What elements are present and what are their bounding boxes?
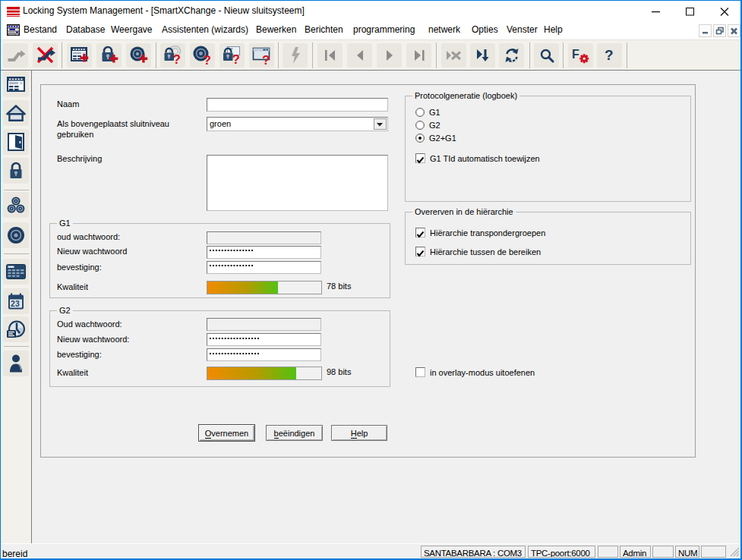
svg-text:?: ? <box>262 53 270 66</box>
svg-text:?: ? <box>605 47 614 63</box>
svg-text:F: F <box>572 48 579 61</box>
svg-text:23: 23 <box>11 299 20 308</box>
svg-text:?: ? <box>172 52 180 66</box>
svg-text:?: ? <box>203 53 210 66</box>
svg-text:?: ? <box>232 52 239 66</box>
